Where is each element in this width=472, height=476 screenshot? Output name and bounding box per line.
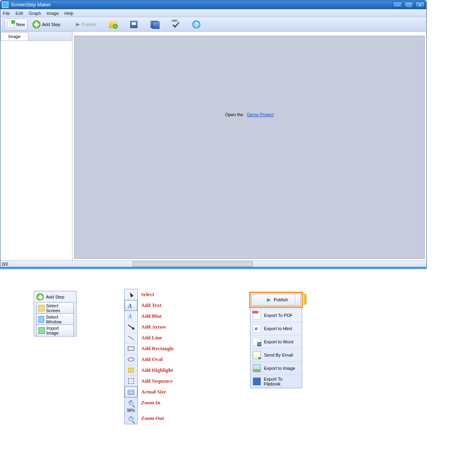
dropdown-import-image[interactable]: Import Image bbox=[34, 325, 76, 336]
add-step-label: Add Step bbox=[42, 22, 60, 27]
menu-image[interactable]: Image bbox=[46, 11, 59, 16]
save-all-button[interactable] bbox=[148, 18, 161, 30]
text-icon: A bbox=[128, 303, 134, 309]
dropdown-select-window[interactable]: Select Window bbox=[34, 314, 76, 325]
zoom-percent: 98% bbox=[125, 408, 137, 413]
add-step-dropdown: Add Step Select Screen Select Window Imp… bbox=[34, 291, 77, 337]
minimize-button[interactable]: — bbox=[393, 2, 402, 8]
new-button[interactable]: New bbox=[4, 18, 28, 30]
publish-icon bbox=[264, 297, 271, 303]
export-html-label: Export to Html bbox=[264, 326, 292, 331]
pointer-icon bbox=[129, 292, 134, 297]
export-pdf[interactable]: Export To PDF bbox=[250, 309, 302, 322]
label-zoom-in: Zoom In bbox=[141, 397, 174, 408]
sidebar-body bbox=[0, 40, 72, 260]
dropdown-select-screen[interactable]: Select Screen bbox=[34, 303, 76, 314]
plus-icon bbox=[32, 20, 40, 28]
tool-select[interactable] bbox=[125, 289, 137, 300]
menu-file[interactable]: File bbox=[3, 11, 10, 16]
body-area: Image Open the Demo Project bbox=[0, 32, 426, 260]
export-html[interactable]: Export to Html bbox=[250, 322, 302, 335]
help-icon: ? bbox=[192, 20, 200, 28]
canvas: Open the Demo Project bbox=[74, 36, 425, 259]
open-folder-button[interactable] bbox=[107, 18, 119, 30]
tool-add-rectangle[interactable] bbox=[125, 343, 137, 354]
label-add-text: Add Text bbox=[141, 300, 174, 311]
export-image-label: Export to Image bbox=[264, 366, 295, 371]
label-add-sequence: Add Sequence bbox=[141, 375, 174, 386]
tool-add-blur[interactable]: A bbox=[125, 311, 137, 322]
export-word-label: Export to Word bbox=[264, 339, 293, 344]
blur-icon: A bbox=[128, 313, 134, 319]
tool-add-text[interactable]: A bbox=[125, 300, 137, 311]
label-actual-size: Actual Size bbox=[141, 386, 174, 397]
zoom-out-icon bbox=[129, 416, 133, 421]
menubar: File Edit Graph Image Help bbox=[0, 9, 426, 17]
tool-actual-size[interactable] bbox=[125, 387, 137, 397]
label-add-arrow: Add Arrow bbox=[141, 321, 174, 332]
app-window: ScreenStep Maker — ▢ x File Edit Graph I… bbox=[0, 0, 427, 267]
export-image[interactable]: Export to Image bbox=[250, 361, 302, 375]
save-button[interactable] bbox=[127, 18, 140, 30]
publish-menu: Publish Export To PDF Export to Html Exp… bbox=[250, 292, 302, 388]
window-bottom-edge bbox=[0, 267, 427, 269]
statusbar: 0/0 bbox=[0, 260, 426, 267]
rectangle-icon bbox=[128, 347, 134, 351]
window-icon bbox=[38, 316, 44, 323]
app-icon bbox=[2, 2, 8, 8]
tab-image[interactable]: Image bbox=[0, 32, 28, 40]
tool-add-line[interactable] bbox=[125, 333, 137, 343]
tool-zoom-in[interactable] bbox=[125, 397, 137, 408]
publish-split-button[interactable]: Publish bbox=[251, 294, 301, 306]
flipbook-icon bbox=[253, 377, 261, 385]
actual-size-icon bbox=[128, 390, 134, 395]
highlight-icon bbox=[128, 368, 134, 373]
export-flipbook[interactable]: Export To Flipbook bbox=[250, 375, 302, 388]
menu-graph[interactable]: Graph bbox=[29, 11, 41, 16]
close-button[interactable]: x bbox=[415, 2, 425, 8]
import-image-label: Import Image bbox=[46, 326, 72, 335]
spellcheck-button[interactable]: ABC bbox=[169, 18, 182, 30]
help-button[interactable]: ? bbox=[190, 18, 203, 30]
export-word[interactable]: Export to Word bbox=[250, 335, 302, 348]
screen-icon bbox=[38, 305, 44, 311]
menu-help[interactable]: Help bbox=[65, 11, 74, 16]
word-icon bbox=[253, 338, 261, 346]
tool-palette: A A 98% Select Add Text Add Blur Add Arr… bbox=[124, 289, 174, 424]
plus-icon bbox=[36, 293, 44, 301]
save-icon bbox=[130, 21, 137, 28]
add-step-button[interactable]: Add Step bbox=[30, 18, 63, 30]
publish-label: Publish bbox=[82, 22, 96, 27]
dropdown-add-step[interactable]: Add Step bbox=[34, 291, 76, 303]
pdf-icon bbox=[253, 311, 261, 319]
label-select: Select bbox=[141, 289, 174, 300]
label-add-highlight: Add Highlight bbox=[141, 365, 174, 375]
label-zoom-out: Zoom Out bbox=[141, 413, 174, 424]
tool-labels: Select Add Text Add Blur Add Arrow Add L… bbox=[141, 289, 174, 424]
tool-add-highlight[interactable] bbox=[125, 365, 137, 376]
tool-zoom-out[interactable] bbox=[125, 413, 137, 424]
tool-add-arrow[interactable] bbox=[125, 322, 137, 333]
maximize-button[interactable]: ▢ bbox=[404, 2, 414, 8]
publish-split-arrow[interactable] bbox=[295, 294, 301, 305]
publish-highlight: Publish bbox=[249, 292, 303, 308]
send-email[interactable]: Send By Email bbox=[250, 348, 302, 361]
arrow-icon bbox=[128, 325, 134, 329]
titlebar[interactable]: ScreenStep Maker — ▢ x bbox=[0, 0, 426, 9]
menu-edit[interactable]: Edit bbox=[16, 11, 23, 16]
export-flipbook-label: Export To Flipbook bbox=[264, 377, 299, 386]
sidebar-tabstrip: Image bbox=[0, 32, 72, 40]
demo-project-link[interactable]: Demo Project bbox=[247, 112, 274, 117]
open-the-text: Open the bbox=[225, 112, 243, 117]
label-add-rectangle: Add Rectangle bbox=[141, 343, 174, 354]
horizontal-scrollbar[interactable] bbox=[133, 261, 253, 267]
publish-button[interactable]: Publish bbox=[71, 18, 99, 30]
export-pdf-label: Export To PDF bbox=[264, 313, 292, 318]
tool-add-oval[interactable] bbox=[125, 354, 137, 365]
new-label: New bbox=[16, 22, 25, 27]
status-counter: 0/0 bbox=[2, 262, 8, 266]
publish-icon bbox=[73, 22, 80, 28]
spellcheck-icon: ABC bbox=[171, 20, 180, 29]
tool-add-sequence[interactable] bbox=[125, 376, 137, 387]
tool-tray: A A 98% bbox=[124, 289, 138, 424]
